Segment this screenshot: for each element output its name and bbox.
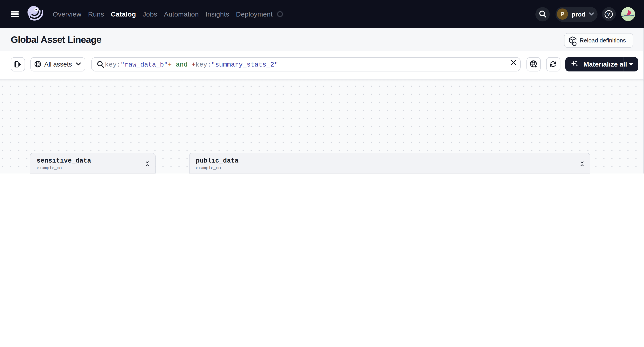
svg-text:?: ? (607, 11, 610, 17)
